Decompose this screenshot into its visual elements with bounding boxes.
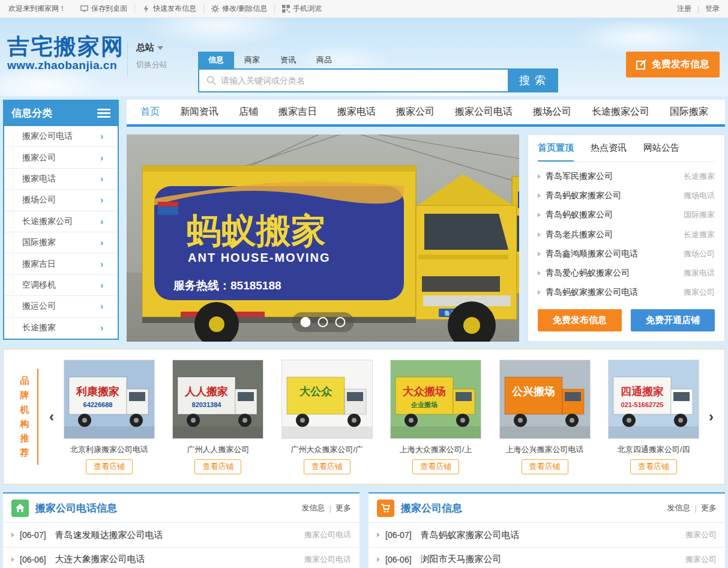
triangle-icon (538, 193, 541, 198)
brand-card[interactable]: 大众搬场 企业搬场 上海大众搬家公司/上 查看店铺 (390, 360, 481, 474)
brand-card[interactable]: 四通搬家 021-51662725 北京四通搬家公司/四 查看店铺 (608, 360, 699, 474)
login-link[interactable]: 登录 (705, 4, 720, 14)
view-shop-button[interactable]: 查看店铺 (412, 459, 459, 474)
sidebar-item-kongtiao-yiji[interactable]: 空调移机› (4, 275, 118, 296)
search-tab-news[interactable]: 资讯 (270, 52, 306, 68)
sidebar-item-changtu-banjia[interactable]: 长途搬家› (4, 318, 118, 339)
nav-underline (127, 124, 725, 127)
brand-card-title: 北京四通搬家公司/四 (608, 444, 699, 455)
more-link[interactable]: 更多 (335, 503, 351, 513)
tab-site-notice[interactable]: 网站公告 (643, 135, 679, 162)
sidebar-item-banjia-gongsi[interactable]: 搬家公司› (4, 147, 118, 168)
search-input[interactable] (221, 76, 501, 85)
nav-company-phone[interactable]: 搬家公司电话 (445, 106, 523, 118)
search-icon (206, 76, 216, 85)
list-item[interactable]: 青岛爱心蚂蚁搬家公司搬家电话 (538, 264, 715, 283)
carousel-next-arrow[interactable]: › (704, 408, 718, 425)
nav-international[interactable]: 国际搬家 (660, 106, 718, 118)
section-title: 搬家公司电话信息 (35, 501, 302, 515)
sidebar-item-banjia-jiri[interactable]: 搬家吉日› (4, 253, 118, 274)
nav-news[interactable]: 新闻资讯 (170, 106, 229, 118)
brand-card[interactable]: 利康搬家 64226688 北京利康搬家公司电话 查看店铺 (64, 360, 155, 474)
triangle-icon (538, 271, 541, 276)
view-shop-button[interactable]: 查看店铺 (194, 459, 241, 474)
carousel-dot-3[interactable] (335, 317, 346, 327)
table-row[interactable]: [06-07] 青岛蚂蚁家搬家公司电话 搬家公司 (369, 523, 725, 547)
tab-homepage-top[interactable]: 首页置顶 (538, 135, 574, 162)
view-shop-button[interactable]: 查看店铺 (522, 459, 568, 474)
item-date: [06-07] (385, 530, 412, 540)
view-shop-button[interactable]: 查看店铺 (630, 459, 677, 474)
sidebar-item-banyun-gongsi[interactable]: 搬运公司› (4, 296, 118, 317)
station-dropdown[interactable]: 总站 (136, 42, 167, 53)
list-item[interactable]: 青岛老兵搬家公司长途搬家 (538, 225, 715, 244)
list-item[interactable]: 青岛蚂蚁家搬家公司电话搬家公司 (538, 283, 715, 302)
gear-icon (211, 5, 219, 13)
section-company-info: 搬家公司信息 发信息 | 更多 [06-07] 青岛蚂蚁家搬家公司电话 搬家公司… (369, 492, 725, 568)
nav-longdistance-company[interactable]: 长途搬家公司 (582, 106, 660, 118)
list-item[interactable]: 青岛蚂蚁家搬家公司搬场电话 (538, 186, 715, 205)
chevron-right-icon: › (100, 238, 103, 247)
brand-card[interactable]: 大公众 广州大众搬家公司/广 查看店铺 (281, 360, 373, 474)
list-item[interactable]: 青岛蚂蚁搬家公司国际搬家 (538, 205, 715, 225)
modify-delete-link[interactable]: 修改/删除信息 (203, 4, 274, 14)
search-tab-goods[interactable]: 商品 (306, 52, 342, 68)
quick-publish-link[interactable]: 快速发布信息 (134, 4, 203, 14)
more-link[interactable]: 更多 (701, 503, 717, 513)
sidebar-header: 信息分类 (3, 100, 119, 126)
site-logo[interactable]: 吉宅搬家网 www.zhaobanjia.cn (7, 35, 124, 72)
sidebar-item-banjia-gongsi-dianhua[interactable]: 搬家公司电话› (4, 126, 118, 147)
edit-icon (636, 59, 647, 70)
carousel-dot-1[interactable] (301, 317, 311, 327)
item-date: [06-06] (20, 555, 46, 564)
open-shop-button[interactable]: 免费开通店铺 (631, 309, 715, 331)
brand-card[interactable]: 公兴搬场 上海公兴搬家公司电话 查看店铺 (499, 360, 591, 474)
free-publish-button[interactable]: 免费发布信息 (626, 52, 720, 77)
item-title: 浏阳市天马搬家公司 (421, 554, 680, 565)
carousel-prev-arrow[interactable]: ‹ (44, 408, 59, 425)
nav-shops[interactable]: 店铺 (229, 106, 268, 118)
sidebar-item-guoji-banjia[interactable]: 国际搬家› (4, 232, 118, 253)
post-info-link[interactable]: 发信息 (302, 503, 325, 513)
table-row[interactable]: [06-07] 青岛速发顺达搬家公司电话 搬家公司电话 (3, 523, 359, 547)
menu-icon[interactable] (97, 109, 110, 118)
brand-card[interactable]: 人人搬家 82031384 广州人人搬家公司 查看店铺 (172, 360, 263, 474)
svg-text:利康搬家: 利康搬家 (76, 385, 119, 397)
nav-home[interactable]: 首页 (130, 106, 170, 118)
nav-moving-company[interactable]: 搬家公司 (386, 106, 445, 118)
mobile-browse-link[interactable]: 手机浏览 (274, 4, 329, 14)
svg-text:64226688: 64226688 (83, 401, 113, 408)
view-shop-button[interactable]: 查看店铺 (304, 459, 350, 474)
tab-hot-news[interactable]: 热点资讯 (591, 135, 627, 162)
search-tab-info[interactable]: 信息 (198, 52, 234, 68)
hero-carousel[interactable]: 蚂蚁搬家 ANT HOUSE-MOVING 服务热线：85185188 (127, 134, 519, 342)
sidebar-item-changtu-banjia-gongsi[interactable]: 长途搬家公司› (4, 211, 118, 232)
publish-info-button[interactable]: 免费发布信息 (538, 309, 622, 331)
list-item[interactable]: 青岛鑫鸿顺搬家公司电话搬场公司 (538, 244, 715, 264)
info-panel-list: 青岛军民搬家公司长途搬家 青岛蚂蚁家搬家公司搬场电话 青岛蚂蚁搬家公司国际搬家 … (538, 162, 715, 302)
sidebar-item-banchang-gongsi[interactable]: 搬场公司› (4, 190, 118, 211)
post-info-link[interactable]: 发信息 (667, 503, 691, 513)
view-shop-button[interactable]: 查看店铺 (86, 459, 133, 474)
sidebar-item-banjia-dianhua[interactable]: 搬家电话› (4, 169, 118, 190)
site-header: 吉宅搬家网 www.zhaobanjia.cn 总站 切换分站 信息 商家 资讯… (0, 18, 728, 96)
svg-text:人人搬家: 人人搬家 (184, 385, 228, 397)
nav-banchang-company[interactable]: 搬场公司 (523, 106, 582, 118)
save-to-desktop-link[interactable]: 保存到桌面 (73, 4, 134, 14)
list-item[interactable]: 青岛军民搬家公司长途搬家 (538, 167, 715, 186)
item-category: 搬家公司 (685, 530, 717, 540)
table-row[interactable]: [06-06] 大连大象搬家公司电话 搬家公司电话 (3, 547, 359, 568)
switch-station-link[interactable]: 切换分站 (136, 59, 167, 70)
top-info-panel: 首页置顶 热点资讯 网站公告 青岛军民搬家公司长途搬家 青岛蚂蚁家搬家公司搬场电… (528, 134, 725, 342)
register-link[interactable]: 注册 (677, 4, 691, 14)
carousel-dot-2[interactable] (318, 317, 328, 327)
lightning-icon (142, 5, 150, 13)
nav-moving-phone[interactable]: 搬家电话 (327, 106, 386, 118)
qr-icon (282, 5, 290, 13)
truck-image: 大公众 (282, 360, 373, 439)
table-row[interactable]: [06-06] 浏阳市天马搬家公司 搬家公司 (369, 547, 725, 568)
top-utility-bar: 欢迎来到搬家网！ 保存到桌面 快速发布信息 修改/删除信息 手机浏览 注册 | … (0, 0, 728, 18)
nav-lucky-day[interactable]: 搬家吉日 (268, 106, 327, 118)
search-tab-merchant[interactable]: 商家 (234, 52, 270, 68)
search-button[interactable]: 搜索 (508, 70, 557, 91)
